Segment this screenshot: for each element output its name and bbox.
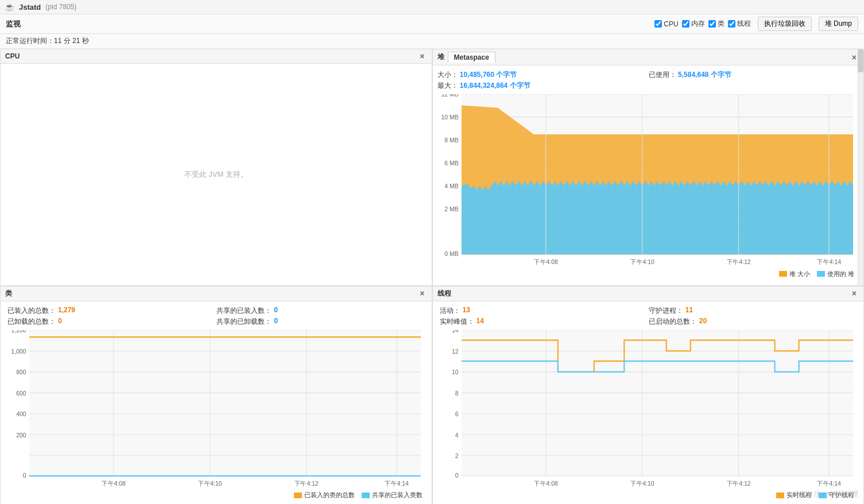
class-legend: 已装入的类的总数 共享的已装入类数 [5, 489, 427, 502]
thread-chart: 14 12 10 8 6 4 2 0 [437, 330, 859, 489]
heap-used-legend-label: 使用的 堆 [827, 270, 854, 278]
class-checkbox[interactable]: 类 [708, 19, 724, 29]
cpu-checkbox-label: CPU [664, 20, 678, 28]
svg-text:下午4:10: 下午4:10 [198, 479, 222, 486]
heap-used-value: 5,584,648 个字节 [678, 71, 731, 79]
loaded-total-value: 1,279 [58, 306, 75, 316]
heap-panel-body: 大小： 10,485,760 个字节 已使用： 5,584,648 个字节 最大… [433, 65, 864, 285]
thread-checkbox[interactable]: 线程 [728, 19, 751, 29]
class-loaded-legend: 已装入的类的总数 [294, 491, 355, 499]
svg-text:下午4:08: 下午4:08 [533, 258, 557, 265]
thread-panel: 线程 × 活动： 13 守护进程： 11 实时峰值： 14 已启动的总数： [432, 286, 865, 504]
heap-panel-title: 堆 [437, 52, 444, 62]
memory-checkbox[interactable]: 内存 [682, 19, 705, 29]
uptime-bar: 正常运行时间：11 分 21 秒 [0, 34, 864, 49]
svg-text:4 MB: 4 MB [444, 183, 458, 189]
svg-text:0: 0 [455, 472, 458, 479]
thread-checkbox-input[interactable] [728, 20, 735, 28]
heap-max-stat: 最大： 16,844,324,864 个字节 [437, 81, 648, 91]
loaded-total-stat: 已装入的总数： 1,279 [7, 306, 215, 316]
active-stat: 活动： 13 [440, 306, 648, 316]
svg-text:6 MB: 6 MB [444, 160, 458, 166]
svg-text:1,200: 1,200 [11, 330, 26, 334]
cpu-checkbox-input[interactable] [654, 20, 662, 28]
svg-text:0: 0 [23, 472, 26, 479]
class-panel-title: 类 [5, 289, 12, 298]
heap-used-legend: 使用的 堆 [817, 270, 854, 278]
svg-text:10: 10 [452, 369, 459, 375]
gc-button[interactable]: 执行垃圾回收 [758, 17, 812, 31]
thread-daemon-legend-label: 守护线程 [829, 491, 854, 499]
thread-daemon-legend: 守护线程 [819, 491, 854, 499]
shared-loaded-value: 0 [274, 306, 278, 316]
thread-chart-area: 14 12 10 8 6 4 2 0 [437, 330, 859, 489]
started-stat: 已启动的总数： 20 [649, 317, 857, 327]
shared-loaded-label: 共享的已装入数： [216, 306, 272, 316]
svg-text:10 MB: 10 MB [441, 114, 458, 121]
title-bar: ☕ Jstatd (pid 7805) [0, 0, 864, 14]
main-grid: CPU × 不受此 JVM 支持。 堆 Metaspace × 大小： 10,4… [0, 49, 864, 504]
heap-dump-button[interactable]: 堆 Dump [819, 17, 858, 31]
unloaded-total-label: 已卸载的总数： [7, 317, 56, 327]
cpu-panel-body: 不受此 JVM 支持。 [1, 64, 432, 285]
svg-text:下午4:10: 下午4:10 [630, 258, 654, 265]
cpu-panel: CPU × 不受此 JVM 支持。 [0, 49, 432, 286]
heap-panel-header: 堆 Metaspace × [433, 49, 864, 65]
svg-rect-24 [29, 330, 421, 476]
class-chart-area: 1,200 1,000 800 600 400 200 0 [5, 330, 427, 489]
class-close-button[interactable]: × [417, 289, 427, 298]
heap-scrollbar[interactable] [858, 49, 863, 285]
svg-text:8: 8 [455, 389, 458, 396]
cpu-checkbox[interactable]: CPU [654, 20, 678, 28]
class-stats: 已装入的总数： 1,279 共享的已装入数： 0 已卸载的总数： 0 共享的已卸… [5, 306, 427, 327]
heap-stats: 大小： 10,485,760 个字节 已使用： 5,584,648 个字节 最大… [437, 70, 859, 91]
loaded-total-label: 已装入的总数： [7, 306, 56, 316]
checkbox-group: CPU 内存 类 线程 [654, 19, 750, 29]
thread-legend: 实时线程 守护线程 [437, 489, 859, 502]
cpu-panel-title: CPU [5, 52, 20, 60]
svg-text:下午4:12: 下午4:12 [726, 258, 750, 265]
class-panel: 类 × 已装入的总数： 1,279 共享的已装入数： 0 已卸载的总数： 0 共… [0, 286, 432, 504]
svg-text:2: 2 [455, 452, 458, 459]
svg-text:6: 6 [455, 410, 458, 417]
memory-checkbox-input[interactable] [682, 20, 689, 28]
heap-used-label: 已使用： [649, 71, 676, 79]
class-checkbox-input[interactable] [708, 20, 716, 28]
svg-text:12 MB: 12 MB [441, 94, 458, 98]
cpu-not-supported: 不受此 JVM 支持。 [184, 169, 248, 180]
thread-panel-header: 线程 × [433, 286, 864, 301]
svg-text:1,000: 1,000 [11, 348, 26, 355]
class-shared-legend: 共享的已装入类数 [362, 491, 423, 499]
heap-size-legend: 堆 大小 [779, 270, 810, 278]
heap-used-stat: 已使用： 5,584,648 个字节 [649, 70, 859, 80]
uptime-label: 正常运行时间： [6, 37, 54, 45]
cpu-panel-header: CPU × [1, 49, 432, 64]
svg-text:800: 800 [16, 369, 26, 375]
heap-scrollbar-thumb[interactable] [858, 49, 863, 72]
thread-close-button[interactable]: × [850, 289, 859, 298]
thread-live-legend-label: 实时线程 [786, 491, 812, 499]
heap-size-stat: 大小： 10,485,760 个字节 [437, 70, 648, 80]
metaspace-tab[interactable]: Metaspace [448, 52, 495, 63]
heap-panel: 堆 Metaspace × 大小： 10,485,760 个字节 已使用： 5,… [432, 49, 865, 286]
heap-used-legend-color [817, 271, 825, 277]
class-shared-legend-color [362, 493, 370, 498]
thread-live-legend: 实时线程 [776, 491, 812, 499]
svg-text:14: 14 [452, 330, 459, 334]
svg-text:12: 12 [452, 348, 459, 355]
svg-text:下午4:14: 下午4:14 [816, 258, 840, 265]
daemon-stat: 守护进程： 11 [649, 306, 857, 316]
svg-text:400: 400 [16, 410, 26, 417]
started-label: 已启动的总数： [649, 317, 697, 327]
thread-stats: 活动： 13 守护进程： 11 实时峰值： 14 已启动的总数： 20 [437, 306, 859, 327]
cpu-close-button[interactable]: × [417, 52, 427, 61]
thread-daemon-legend-color [819, 493, 827, 498]
thread-live-legend-color [776, 493, 784, 498]
shared-unloaded-stat: 共享的已卸载数： 0 [216, 317, 424, 327]
heap-panel-header-left: 堆 Metaspace [437, 52, 495, 63]
started-value: 20 [699, 317, 707, 327]
heap-size-label: 大小： [437, 71, 458, 79]
class-chart: 1,200 1,000 800 600 400 200 0 [5, 330, 427, 489]
heap-size-legend-color [779, 271, 787, 277]
shared-unloaded-value: 0 [274, 317, 278, 327]
